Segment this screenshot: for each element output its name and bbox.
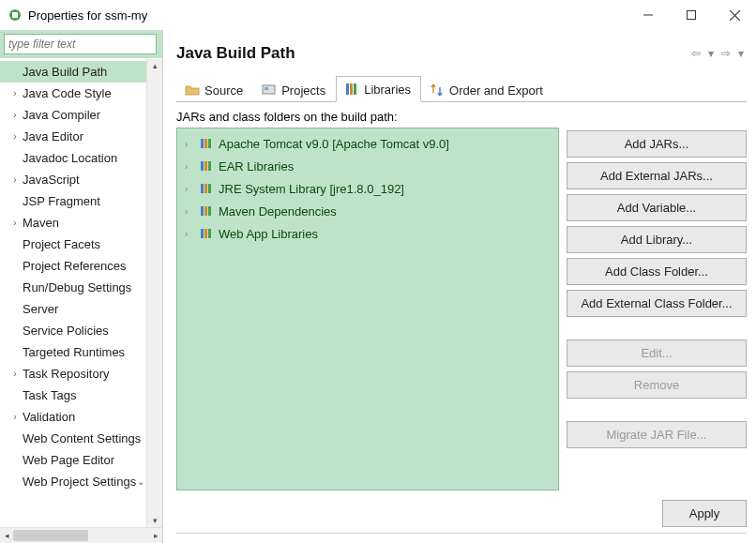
nav-hscrollbar[interactable]: ◂ ▸ (0, 527, 162, 543)
tab-order-and-export[interactable]: Order and Export (421, 77, 553, 102)
library-item[interactable]: ›JRE System Library [jre1.8.0_192] (179, 177, 556, 200)
back-icon[interactable]: ⇦ (688, 45, 703, 62)
nav-item-label: Java Compiler (23, 108, 100, 122)
nav-item[interactable]: Targeted Runtimes (0, 341, 146, 363)
nav-item[interactable]: ›Java Editor (0, 126, 146, 147)
svg-rect-25 (208, 229, 211, 238)
nav-item[interactable]: Java Build Path (0, 61, 146, 83)
svg-rect-18 (204, 184, 207, 193)
button-gap (567, 322, 747, 335)
svg-rect-3 (688, 11, 696, 20)
button-column: Add JARs... Add External JARs... Add Var… (567, 110, 747, 490)
nav-item[interactable]: Project Facets (0, 234, 146, 255)
libraries-tree[interactable]: ›Apache Tomcat v9.0 [Apache Tomcat v9.0]… (176, 128, 559, 490)
remove-button[interactable]: Remove (567, 371, 747, 399)
svg-rect-19 (208, 184, 211, 193)
library-icon (199, 181, 214, 196)
tab-label: Source (204, 83, 243, 98)
forward-icon[interactable]: ⇨ (718, 45, 733, 62)
chevron-right-icon: › (9, 174, 21, 185)
library-item-label: Apache Tomcat v9.0 [Apache Tomcat v9.0] (219, 137, 449, 151)
nav-item[interactable]: Service Policies (0, 320, 146, 341)
nav-item[interactable]: ›Task Repository (0, 363, 146, 385)
library-item[interactable]: ›Maven Dependencies (179, 200, 556, 222)
svg-rect-7 (265, 87, 268, 90)
svg-rect-10 (354, 83, 356, 95)
scroll-up-icon[interactable]: ▴ (147, 59, 162, 72)
add-variable-button[interactable]: Add Variable... (567, 194, 747, 221)
nav-item-label: JSP Fragment (23, 194, 100, 208)
forward-menu-icon[interactable]: ▾ (735, 45, 747, 62)
history-nav: ⇦ ▾ ⇨ ▾ (688, 45, 747, 62)
nav-item[interactable]: Run/Debug Settings (0, 277, 146, 298)
scroll-thumb[interactable] (13, 530, 88, 541)
scroll-down-icon[interactable]: ▾ (147, 514, 162, 527)
library-icon (199, 204, 214, 219)
nav-item[interactable]: ›Maven (0, 212, 146, 234)
add-external-class-folder-button[interactable]: Add External Class Folder... (567, 290, 747, 317)
svg-rect-6 (263, 85, 275, 94)
tab-label: Libraries (364, 83, 411, 97)
add-class-folder-button[interactable]: Add Class Folder... (567, 258, 747, 285)
filter-input[interactable] (4, 34, 157, 54)
nav-item[interactable]: Web Content Settings (0, 428, 146, 449)
nav-items: Java Build Path›Java Code Style›Java Com… (0, 59, 146, 527)
libraries-caption: JARs and class folders on the build path… (176, 110, 559, 124)
nav-item-label: Run/Debug Settings (23, 280, 131, 294)
nav-item-label: JavaScript (23, 173, 80, 187)
nav-item[interactable]: Task Tags (0, 385, 146, 406)
back-menu-icon[interactable]: ▾ (705, 45, 717, 62)
nav-item[interactable]: ›JavaScript (0, 169, 146, 190)
migrate-jar-button[interactable]: Migrate JAR File... (567, 421, 747, 448)
nav-item[interactable]: JSP Fragment (0, 190, 146, 212)
nav-item-label: Javadoc Location (23, 151, 117, 165)
svg-rect-16 (208, 161, 211, 171)
nav-item[interactable]: Web Page Editor (0, 449, 146, 471)
scroll-right-icon[interactable]: ▸ (149, 528, 162, 543)
chevron-right-icon: › (185, 161, 194, 172)
tab-source[interactable]: Source (176, 77, 253, 102)
titlebar: Properties for ssm-my (0, 0, 756, 30)
folder-src-icon (185, 83, 200, 98)
nav-list: Java Build Path›Java Code Style›Java Com… (0, 59, 162, 527)
apply-button[interactable]: Apply (662, 500, 747, 527)
nav-vscrollbar[interactable]: ▴ ▾ (146, 59, 162, 527)
tab-content: JARs and class folders on the build path… (176, 102, 747, 490)
nav-item-label: Web Content Settings (23, 431, 141, 445)
nav-item[interactable]: ›Java Compiler (0, 104, 146, 126)
tab-projects[interactable]: Projects (253, 77, 336, 102)
nav-item[interactable]: ›Validation (0, 406, 146, 428)
scroll-left-icon[interactable]: ◂ (0, 528, 13, 543)
nav-item[interactable]: Javadoc Location (0, 147, 146, 169)
maximize-button[interactable] (670, 0, 713, 30)
nav-item[interactable]: Project References (0, 255, 146, 277)
nav-item[interactable]: Server (0, 298, 146, 320)
minimize-button[interactable] (627, 0, 670, 30)
nav-item-label: Web Project Settings (23, 475, 136, 489)
library-item[interactable]: ›Web App Libraries (179, 222, 556, 245)
library-item-label: Web App Libraries (219, 227, 318, 241)
add-external-jars-button[interactable]: Add External JARs... (567, 162, 747, 189)
nav-item-label: Task Tags (23, 388, 77, 402)
library-item[interactable]: ›EAR Libraries (179, 155, 556, 177)
nav-item-label: Project Facets (23, 237, 100, 251)
chevron-right-icon: › (9, 218, 21, 228)
add-library-button[interactable]: Add Library... (567, 226, 747, 253)
edit-button[interactable]: Edit... (567, 339, 747, 367)
svg-rect-22 (208, 206, 211, 216)
overflow-chevron-icon: ⌄ (137, 476, 146, 487)
nav-item[interactable]: Web Project Settings⌄ (0, 471, 146, 492)
add-jars-button[interactable]: Add JARs... (567, 130, 747, 158)
svg-rect-13 (208, 139, 211, 148)
library-item[interactable]: ›Apache Tomcat v9.0 [Apache Tomcat v9.0] (179, 132, 556, 155)
nav-item[interactable]: ›Java Code Style (0, 83, 146, 104)
tab-label: Order and Export (449, 83, 543, 98)
svg-rect-8 (346, 83, 349, 95)
svg-rect-24 (204, 229, 207, 238)
tab-libraries[interactable]: Libraries (336, 76, 421, 102)
page-title: Java Build Path (176, 44, 295, 63)
chevron-right-icon: › (9, 412, 21, 422)
close-button[interactable] (713, 0, 756, 30)
bottom-separator (176, 533, 747, 534)
svg-rect-12 (204, 139, 207, 148)
